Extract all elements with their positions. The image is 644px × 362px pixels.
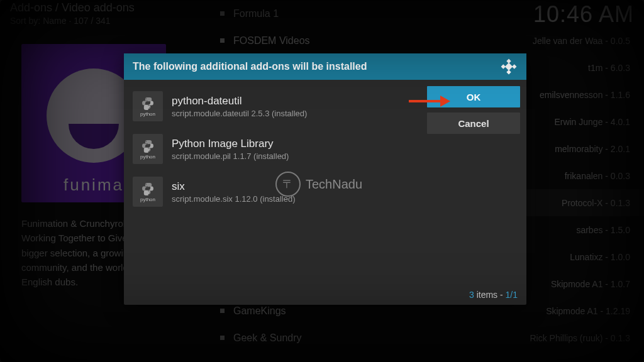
app-root: Formula 1FOSDEM VideosJelle van der Waa … — [0, 0, 644, 362]
svg-rect-4 — [505, 63, 513, 70]
cancel-button[interactable]: Cancel — [427, 112, 520, 134]
dependency-item[interactable]: pythonsixscript.module.six 1.12.0 (insta… — [129, 170, 425, 213]
dependency-name: six — [172, 180, 296, 193]
dependency-sub: script.module.pil 1.1.7 (installed) — [172, 151, 289, 161]
item-count: 3 — [469, 290, 474, 300]
items-label: items - — [474, 290, 506, 300]
dependency-item[interactable]: pythonpython-dateutilscript.module.dateu… — [129, 85, 425, 128]
dependency-list[interactable]: pythonpython-dateutilscript.module.dateu… — [124, 80, 427, 305]
ok-button[interactable]: OK — [427, 86, 520, 107]
dependency-name: python-dateutil — [172, 95, 307, 107]
python-icon: python — [133, 177, 163, 207]
python-icon: python — [133, 134, 163, 164]
dialog-body: pythonpython-dateutilscript.module.dateu… — [124, 80, 526, 305]
python-icon: python — [133, 91, 163, 121]
dialog-title: The following additional add-ons will be… — [133, 61, 367, 72]
install-deps-dialog: The following additional add-ons will be… — [124, 53, 526, 305]
dependency-sub: script.module.six 1.12.0 (installed) — [172, 194, 296, 204]
dialog-footer: 3 items - 1/1 — [469, 290, 518, 300]
kodi-logo-icon — [500, 58, 518, 75]
dependency-item[interactable]: pythonPython Image Libraryscript.module.… — [129, 128, 425, 170]
page-indicator: 1/1 — [506, 290, 518, 300]
dialog-header: The following additional add-ons will be… — [124, 53, 526, 80]
dependency-name: Python Image Library — [172, 138, 289, 150]
dialog-buttons: OK Cancel — [427, 80, 526, 305]
dependency-sub: script.module.dateutil 2.5.3 (installed) — [172, 109, 307, 118]
